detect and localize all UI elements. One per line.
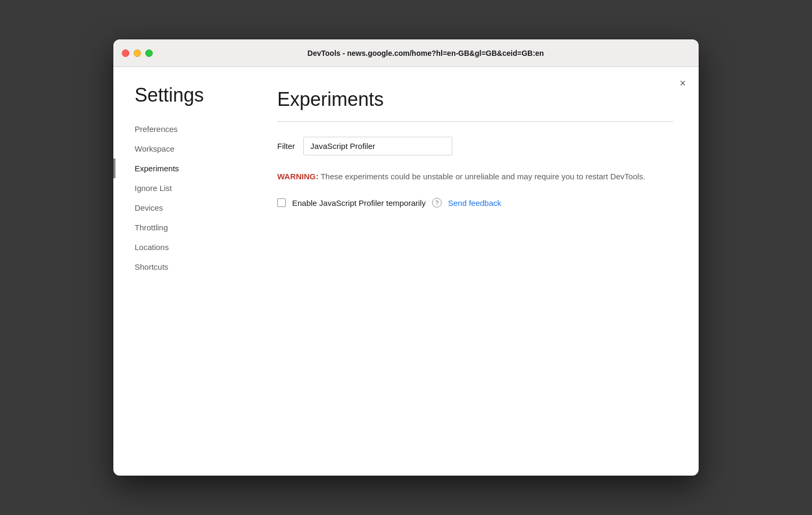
- minimize-traffic-light[interactable]: [134, 49, 141, 57]
- warning-text: WARNING: These experiments could be unst…: [277, 170, 673, 183]
- sidebar-item-experiments[interactable]: Experiments: [135, 159, 252, 178]
- filter-input[interactable]: [303, 137, 452, 155]
- sidebar-item-shortcuts[interactable]: Shortcuts: [135, 257, 252, 277]
- sidebar-item-throttling[interactable]: Throttling: [135, 218, 252, 237]
- experiment-item: Enable JavaScript Profiler temporarily ?…: [277, 198, 673, 207]
- sidebar-item-workspace[interactable]: Workspace: [135, 139, 252, 159]
- sidebar-nav: Preferences Workspace Experiments Ignore…: [135, 119, 252, 277]
- window-title: DevTools - news.google.com/home?hl=en-GB…: [161, 49, 690, 57]
- title-bar: DevTools - news.google.com/home?hl=en-GB…: [113, 39, 699, 67]
- warning-box: WARNING: These experiments could be unst…: [277, 170, 673, 183]
- send-feedback-link[interactable]: Send feedback: [448, 198, 501, 207]
- devtools-window: DevTools - news.google.com/home?hl=en-GB…: [113, 39, 699, 476]
- js-profiler-checkbox[interactable]: [277, 198, 286, 207]
- sidebar-item-devices[interactable]: Devices: [135, 198, 252, 218]
- sidebar-item-preferences[interactable]: Preferences: [135, 119, 252, 139]
- content-title: Experiments: [277, 88, 673, 111]
- divider: [277, 121, 673, 122]
- experiment-label: Enable JavaScript Profiler temporarily: [292, 198, 426, 207]
- traffic-lights: [122, 49, 153, 57]
- window-body: Settings Preferences Workspace Experimen…: [113, 67, 699, 476]
- maximize-traffic-light[interactable]: [145, 49, 153, 57]
- sidebar-item-ignore-list[interactable]: Ignore List: [135, 178, 252, 198]
- sidebar: Settings Preferences Workspace Experimen…: [113, 67, 252, 476]
- warning-label: WARNING:: [277, 172, 319, 181]
- help-icon[interactable]: ?: [432, 198, 442, 207]
- filter-row: Filter: [277, 137, 673, 155]
- warning-message: These experiments could be unstable or u…: [319, 172, 645, 181]
- content-area: × Experiments Filter WARNING: These expe…: [252, 67, 699, 476]
- filter-label: Filter: [277, 142, 295, 151]
- close-traffic-light[interactable]: [122, 49, 129, 57]
- sidebar-item-locations[interactable]: Locations: [135, 237, 252, 257]
- close-button[interactable]: ×: [680, 78, 686, 88]
- sidebar-title: Settings: [135, 84, 252, 106]
